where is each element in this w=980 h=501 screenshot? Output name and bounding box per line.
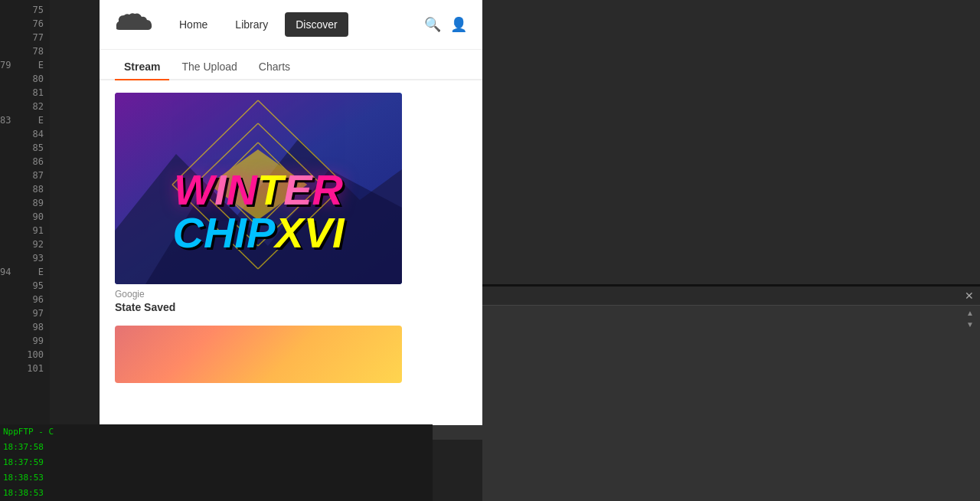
close-button[interactable]: ✕ bbox=[965, 290, 974, 302]
terminal-line-2: 18:37:58 bbox=[0, 440, 433, 455]
scroll-up-arrow[interactable]: ▲ bbox=[966, 309, 974, 317]
search-icon[interactable]: 🔍 bbox=[424, 16, 441, 33]
scroll-down-arrow[interactable]: ▼ bbox=[966, 320, 974, 329]
nav-discover[interactable]: Discover bbox=[285, 12, 348, 37]
right-panel: ✕ ▲ ▼ bbox=[433, 0, 980, 501]
user-icon[interactable]: 👤 bbox=[450, 16, 467, 33]
track-card-gradient bbox=[115, 326, 467, 383]
terminal-line-1: NppFTP - C bbox=[0, 424, 433, 440]
subnav-upload[interactable]: The Upload bbox=[172, 54, 246, 80]
nav-home[interactable]: Home bbox=[168, 12, 218, 37]
soundcloud-logo[interactable] bbox=[115, 12, 153, 37]
subnav-stream[interactable]: Stream bbox=[115, 54, 169, 80]
npp-terminal: NppFTP - C 18:37:58 18:37:59 18:38:53 18… bbox=[0, 424, 433, 501]
track-artwork-winter[interactable]: WINTER CHIPXVI bbox=[115, 93, 402, 284]
nav-library[interactable]: Library bbox=[224, 12, 279, 37]
terminal-line-3: 18:37:59 bbox=[0, 455, 433, 470]
right-bottom-area: ✕ ▲ ▼ bbox=[433, 287, 980, 501]
sc-nav: Home Library Discover bbox=[168, 12, 424, 37]
terminal-content: ▲ ▼ bbox=[433, 306, 980, 332]
track-artwork-gradient[interactable] bbox=[115, 326, 402, 383]
sc-nav-icons: 🔍 👤 bbox=[424, 16, 467, 33]
sc-content[interactable]: WINTER CHIPXVI Googie State Saved bbox=[100, 80, 482, 425]
track-title-state-saved: State Saved bbox=[115, 301, 467, 313]
track-label-googie: Googie bbox=[115, 289, 467, 300]
subnav-charts[interactable]: Charts bbox=[250, 54, 299, 80]
terminal-line-4: 18:38:53 bbox=[0, 470, 433, 486]
terminal-line-5: 18:38:53 bbox=[0, 486, 433, 501]
sc-header: Home Library Discover 🔍 👤 bbox=[100, 0, 482, 50]
right-top-area bbox=[433, 0, 980, 284]
soundcloud-panel: Home Library Discover 🔍 👤 Stream The Upl… bbox=[100, 0, 482, 425]
track-card-winter: WINTER CHIPXVI Googie State Saved bbox=[115, 93, 467, 313]
sc-subnav: Stream The Upload Charts bbox=[100, 50, 482, 80]
